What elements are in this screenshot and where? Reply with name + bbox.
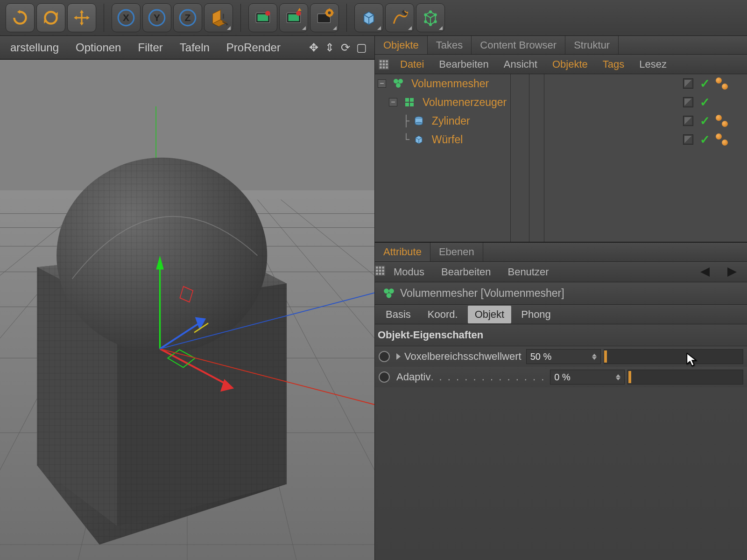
svg-rect-77 bbox=[379, 269, 381, 271]
subtab-phong[interactable]: Phong bbox=[514, 306, 558, 323]
expander-icon[interactable]: − bbox=[389, 98, 397, 106]
svg-rect-54 bbox=[383, 60, 385, 62]
tree-item-label: Zylinder bbox=[428, 115, 470, 127]
tree-row[interactable]: − Volumenerzeuger ✓ bbox=[375, 93, 747, 112]
volumemesher-icon bbox=[392, 77, 405, 90]
attribute-empty-area bbox=[375, 387, 747, 560]
svg-rect-57 bbox=[383, 63, 385, 65]
attr-menu-item[interactable]: Modus bbox=[385, 263, 433, 281]
phong-tag-icon[interactable] bbox=[715, 133, 729, 147]
tab-objekte[interactable]: Objekte bbox=[375, 36, 428, 54]
cube-prim-icon bbox=[412, 133, 425, 146]
axis-z-button[interactable]: Z bbox=[173, 3, 202, 32]
tab-struktur[interactable]: Struktur bbox=[565, 36, 619, 54]
tree-row[interactable]: └ Würfel ✓ bbox=[375, 130, 747, 149]
render-active-button[interactable] bbox=[279, 3, 308, 32]
viewport-menu-item[interactable]: ProRender bbox=[218, 37, 289, 58]
generator-button[interactable] bbox=[416, 3, 445, 32]
phong-tag-icon[interactable] bbox=[715, 114, 729, 128]
svg-point-83 bbox=[389, 288, 394, 294]
svg-point-22 bbox=[424, 20, 427, 23]
layer-toggle[interactable] bbox=[683, 116, 693, 126]
layer-toggle[interactable] bbox=[683, 78, 693, 89]
spline-pen-button[interactable] bbox=[385, 3, 414, 32]
primitive-cube-button[interactable] bbox=[354, 3, 383, 32]
move-hud-icon[interactable]: ✥ bbox=[307, 41, 320, 54]
subtab-koord[interactable]: Koord. bbox=[421, 306, 465, 323]
svg-point-20 bbox=[434, 14, 437, 16]
tab-takes[interactable]: Takes bbox=[428, 36, 472, 54]
object-tree[interactable]: − Volumenmesher ✓ − Volumenerzeuger ✓ bbox=[375, 74, 747, 242]
obj-menu-item[interactable]: Lesez bbox=[632, 56, 674, 73]
object-panel-tabs: Objekte Takes Content Browser Struktur bbox=[375, 36, 747, 55]
stepper[interactable] bbox=[592, 354, 597, 360]
anim-keyframe-radio[interactable] bbox=[379, 351, 390, 362]
render-view-button[interactable] bbox=[248, 3, 277, 32]
attribute-menu: Modus Bearbeiten Benutzer bbox=[375, 262, 747, 282]
anim-keyframe-radio[interactable] bbox=[379, 371, 390, 383]
layer-toggle[interactable] bbox=[683, 134, 693, 145]
subtab-basis[interactable]: Basis bbox=[379, 306, 418, 323]
obj-menu-item[interactable]: Datei bbox=[393, 56, 431, 73]
layer-filter-icon[interactable] bbox=[375, 56, 393, 73]
tab-content-browser[interactable]: Content Browser bbox=[472, 36, 565, 54]
visibility-check-icon[interactable]: ✓ bbox=[700, 95, 710, 110]
move-tool-button[interactable] bbox=[67, 3, 96, 32]
attr-menu-item[interactable]: Bearbeiten bbox=[433, 263, 499, 281]
volumemesher-icon bbox=[382, 287, 395, 300]
value-field[interactable]: 50 % bbox=[526, 349, 601, 364]
tab-ebenen[interactable]: Ebenen bbox=[430, 243, 483, 261]
cylinder-icon bbox=[412, 114, 425, 127]
label-dots: . . . . . . . . . . . . . . . . . . . . … bbox=[430, 371, 545, 383]
rotate-button[interactable] bbox=[36, 3, 65, 32]
rotate-hud-icon[interactable]: ⟳ bbox=[339, 41, 352, 54]
tree-row[interactable]: − Volumenmesher ✓ bbox=[375, 74, 747, 93]
undo-button[interactable] bbox=[6, 3, 35, 32]
viewport-menu-item[interactable]: Filter bbox=[129, 37, 171, 58]
phong-tag-icon[interactable] bbox=[715, 77, 729, 91]
layer-filter-icon[interactable] bbox=[375, 266, 385, 279]
stepper[interactable] bbox=[616, 374, 620, 380]
visibility-check-icon[interactable]: ✓ bbox=[700, 77, 710, 91]
viewport-menu-item[interactable]: arstellung bbox=[2, 37, 67, 58]
svg-point-23 bbox=[429, 23, 432, 26]
volumebuilder-icon bbox=[403, 96, 416, 109]
history-back-icon[interactable] bbox=[698, 266, 712, 278]
obj-menu-item[interactable]: Bearbeiten bbox=[431, 56, 496, 73]
attr-menu-item[interactable]: Benutzer bbox=[499, 263, 557, 281]
zoom-hud-icon[interactable]: ⇕ bbox=[323, 41, 336, 54]
axis-x-button[interactable]: X bbox=[112, 3, 141, 32]
viewport-menu-item[interactable]: Optionen bbox=[67, 37, 129, 58]
layer-toggle[interactable] bbox=[683, 97, 693, 107]
viewport-3d[interactable] bbox=[0, 59, 374, 560]
coord-system-button[interactable] bbox=[204, 3, 233, 32]
value-slider[interactable] bbox=[627, 370, 743, 385]
axis-y-button[interactable]: Y bbox=[142, 3, 171, 32]
svg-rect-81 bbox=[382, 273, 384, 274]
obj-menu-item[interactable]: Tags bbox=[595, 56, 632, 73]
disclosure-icon[interactable] bbox=[396, 353, 401, 360]
viewport-menu-item[interactable]: Tafeln bbox=[171, 37, 218, 58]
svg-point-71 bbox=[415, 122, 423, 125]
value-text: 50 % bbox=[530, 351, 552, 362]
obj-menu-item[interactable]: Ansicht bbox=[496, 56, 545, 73]
tab-attribute[interactable]: Attribute bbox=[375, 243, 430, 261]
svg-point-21 bbox=[434, 20, 437, 23]
visibility-check-icon[interactable]: ✓ bbox=[700, 114, 710, 128]
value-slider[interactable] bbox=[604, 349, 743, 364]
tree-item-label: Volumenmesher bbox=[408, 77, 489, 90]
tree-row[interactable]: ├ Zylinder ✓ bbox=[375, 112, 747, 130]
visibility-check-icon[interactable]: ✓ bbox=[700, 133, 710, 147]
obj-menu-item[interactable]: Objekte bbox=[545, 56, 595, 73]
svg-point-18 bbox=[429, 10, 432, 13]
maximize-hud-icon[interactable]: ▢ bbox=[355, 41, 368, 54]
subtab-objekt[interactable]: Objekt bbox=[468, 306, 512, 323]
value-field[interactable]: 0 % bbox=[550, 370, 625, 385]
history-fwd-icon[interactable] bbox=[726, 266, 739, 278]
expander-icon[interactable]: − bbox=[378, 79, 386, 88]
svg-rect-73 bbox=[376, 266, 378, 268]
svg-text:Y: Y bbox=[154, 12, 160, 23]
mouse-cursor-icon bbox=[686, 353, 697, 367]
svg-point-84 bbox=[387, 293, 392, 298]
render-settings-button[interactable] bbox=[310, 3, 339, 32]
